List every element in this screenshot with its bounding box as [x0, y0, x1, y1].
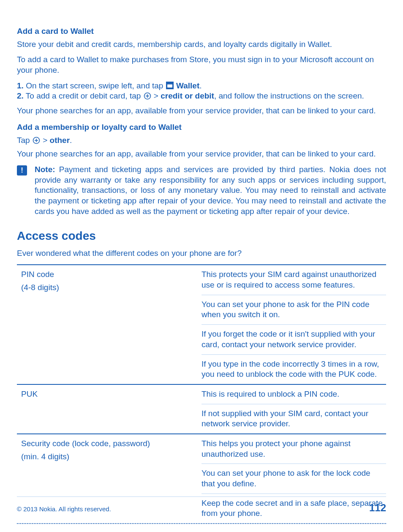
step-2: 2. To add a credit or debit card, tap > …: [17, 91, 386, 101]
security-cell-1: This helps you protect your phone agains…: [202, 434, 386, 463]
pin-term-cell: PIN code (4-8 digits): [17, 265, 202, 384]
pin-term: PIN code: [21, 269, 198, 280]
note-content: Note: Payment and ticketing apps and ser…: [35, 165, 386, 217]
tap-other-line: Tap > other.: [17, 135, 386, 146]
pin-cell-4: If you type in the code incorrectly 3 ti…: [202, 354, 386, 384]
codes-table: PIN code (4-8 digits) This protects your…: [17, 264, 386, 524]
step-2-tail: , and follow the instructions on the scr…: [214, 91, 364, 100]
tap-bold-other: other: [50, 136, 70, 145]
security-subterm: (min. 4 digits): [21, 452, 198, 462]
tap-tail: .: [70, 136, 72, 145]
footer-copyright: © 2013 Nokia. All rights reserved.: [17, 505, 111, 513]
puk-desc-cells: This is required to unblock a PIN code. …: [202, 385, 386, 433]
note-body: Payment and ticketing apps and services …: [35, 165, 386, 216]
membership-para1: Your phone searches for an app, availabl…: [17, 149, 386, 159]
svg-rect-2: [167, 84, 172, 85]
step-1-bold-wallet-text: Wallet: [176, 81, 199, 90]
wallet-para1: Store your debit and credit cards, membe…: [17, 39, 386, 50]
pin-desc-cells: This protects your SIM card against unau…: [202, 265, 386, 384]
tap-text-a: Tap: [17, 136, 32, 145]
step-1-number: 1.: [17, 81, 24, 90]
footer: © 2013 Nokia. All rights reserved. 112: [17, 496, 386, 514]
wallet-para2: To add a card to Wallet to make purchase…: [17, 55, 386, 75]
note-label: Note:: [35, 165, 59, 174]
pin-cell-1: This protects your SIM card against unau…: [202, 265, 386, 294]
table-row-pin: PIN code (4-8 digits) This protects your…: [17, 264, 386, 384]
pin-subterm: (4-8 digits): [21, 282, 198, 293]
step-1-text-a: On the start screen, swipe left, and tap: [24, 81, 166, 90]
security-cell-2: You can set your phone to ask for the lo…: [202, 463, 386, 493]
step-2-text-a: To add a credit or debit card, tap: [24, 91, 143, 100]
step-2-number: 2.: [17, 91, 24, 100]
wallet-icon: [166, 82, 174, 89]
steps-block: 1. On the start screen, swipe left, and …: [17, 81, 386, 101]
step-1: 1. On the start screen, swipe left, and …: [17, 81, 386, 91]
step-2-bold-credit-debit: credit or debit: [161, 91, 214, 100]
puk-term: PUK: [21, 389, 198, 400]
note-icon-glyph: !: [21, 166, 23, 175]
add-icon: [144, 92, 151, 100]
puk-term-cell: PUK: [17, 385, 202, 433]
note-block: ! Note: Payment and ticketing apps and s…: [17, 165, 386, 217]
access-codes-heading: Access codes: [17, 228, 386, 244]
pin-cell-2: You can set your phone to ask for the PI…: [202, 295, 386, 324]
step-1-tail: .: [199, 81, 202, 90]
puk-cell-2: If not supplied with your SIM card, cont…: [202, 404, 386, 433]
security-term: Security code (lock code, password): [21, 439, 198, 449]
tap-mid: >: [41, 136, 50, 145]
table-row-puk: PUK This is required to unblock a PIN co…: [17, 384, 386, 433]
access-codes-intro: Ever wondered what the different codes o…: [17, 248, 386, 259]
add-icon-2: [33, 137, 40, 144]
note-icon: !: [17, 165, 27, 176]
pin-cell-3: If you forget the code or it isn't suppl…: [202, 324, 386, 354]
wallet-section-heading: Add a card to Wallet: [17, 26, 386, 37]
footer-page-number: 112: [369, 501, 386, 514]
step-2-mid: >: [152, 91, 161, 100]
wallet-para3: Your phone searches for an app, availabl…: [17, 106, 386, 116]
puk-cell-1: This is required to unblock a PIN code.: [202, 385, 386, 404]
membership-heading: Add a membership or loyalty card to Wall…: [17, 122, 386, 133]
